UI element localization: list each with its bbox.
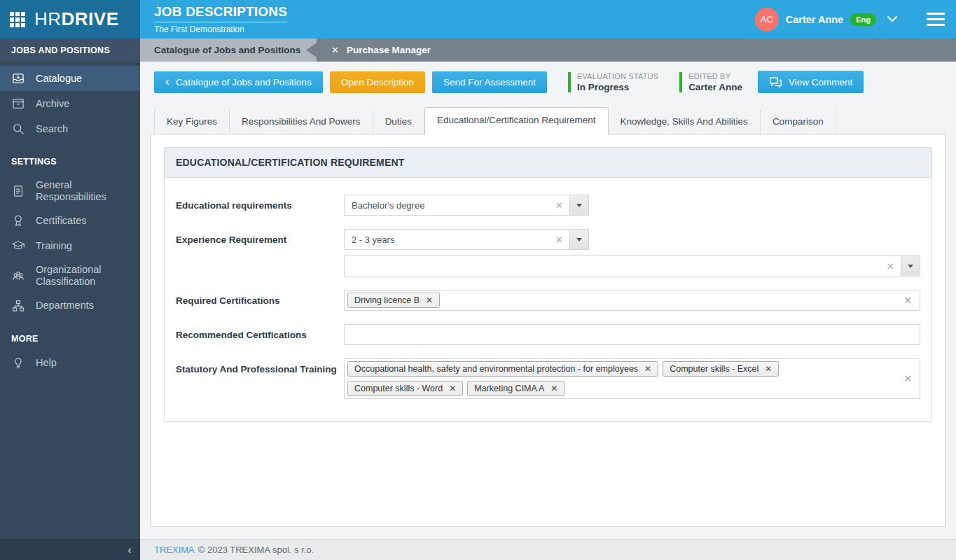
- dropdown-toggle[interactable]: [569, 230, 588, 249]
- tab-duties[interactable]: Duties: [373, 109, 424, 134]
- experience-requirement-value[interactable]: 2 - 3 years: [345, 230, 549, 249]
- form-row-recommended-certifications: Recommended Certifications: [176, 324, 920, 345]
- tab-key-figures[interactable]: Key Figures: [154, 109, 230, 134]
- remove-tag-icon[interactable]: ✕: [765, 364, 772, 374]
- section-title: EDUCATIONAL/CERTIFICATION REQUIREMENT: [165, 148, 931, 178]
- tab-knowledge-skills-and-abilities[interactable]: Knowledge, Skills And Abilities: [609, 109, 761, 134]
- clear-field-icon[interactable]: ✕: [903, 373, 912, 384]
- sidebar-item-catalogue[interactable]: Catalogue: [0, 66, 140, 91]
- send-for-assessment-button[interactable]: Send For Assessment: [432, 71, 547, 93]
- remove-tag-icon[interactable]: ✕: [644, 364, 651, 374]
- tab-bar: Key Figures Responsibilities And Powers …: [140, 100, 956, 134]
- clear-field-icon[interactable]: ✕: [903, 295, 912, 306]
- archive-icon: [11, 97, 25, 111]
- graduation-cap-icon: [11, 239, 25, 253]
- trexima-link[interactable]: TREXIMA: [154, 545, 195, 555]
- form-row-experience-requirement: Experience Requirement 2 - 3 years ✕ ✕: [176, 229, 920, 276]
- tag-label: Computer skills - Excel: [670, 364, 758, 374]
- breadcrumb-tab-catalogue[interactable]: Catalogue of Jobs and Positions: [140, 38, 317, 62]
- field-label: Recommended Certifications: [176, 324, 344, 341]
- educational-requirements-value[interactable]: Bachelor's degree: [345, 195, 549, 215]
- sidebar-section-more: MORE: [0, 318, 140, 351]
- recommended-certifications-input[interactable]: [344, 324, 920, 345]
- user-menu[interactable]: AC Carter Anne Eng: [755, 8, 897, 31]
- sidebar-item-search[interactable]: Search: [0, 116, 140, 141]
- tag-chip: Computer skills - Excel ✕: [663, 361, 779, 377]
- main-area: JOB DESCRIPTIONS The First Demonstration…: [140, 0, 956, 560]
- field-label: Experience Requirement: [176, 229, 344, 246]
- experience-extra-value[interactable]: [345, 256, 880, 276]
- comment-icon: [769, 76, 782, 88]
- lightbulb-icon: [11, 356, 25, 370]
- field-label: Required Certifications: [176, 290, 344, 307]
- tab-educational-certification-requirement[interactable]: Educational/Certification Requirement: [424, 107, 609, 134]
- brand-hr: HR: [34, 8, 62, 29]
- tab-responsibilities-and-powers[interactable]: Responsibilities And Powers: [230, 109, 373, 134]
- sidebar-item-departments[interactable]: Departments: [0, 293, 140, 318]
- remove-tag-icon[interactable]: ✕: [449, 384, 456, 393]
- sidebar-item-label: Organizational Classification: [36, 264, 129, 287]
- clear-icon[interactable]: ✕: [880, 256, 901, 276]
- sidebar-item-label: Archive: [36, 98, 69, 110]
- language-badge: Eng: [850, 13, 876, 26]
- required-certifications-field[interactable]: Driving licence B ✕ ✕: [344, 290, 920, 311]
- certificate-icon: [11, 214, 25, 227]
- tab-comparison[interactable]: Comparison: [761, 109, 836, 134]
- dropdown-toggle[interactable]: [901, 256, 920, 276]
- app-launcher-icon[interactable]: [10, 12, 25, 27]
- statutory-training-field[interactable]: Occupational health, safety and environm…: [344, 358, 920, 399]
- sidebar-item-training[interactable]: Training: [0, 233, 140, 258]
- sidebar-item-label: Certificates: [36, 215, 87, 227]
- experience-extra-select: ✕: [344, 255, 920, 276]
- top-bar: JOB DESCRIPTIONS The First Demonstration…: [140, 0, 956, 38]
- sidebar-item-label: General Responsibilities: [36, 179, 129, 202]
- breadcrumb-tab-label: Purchase Manager: [347, 45, 431, 55]
- edited-by-label: EDITED BY: [688, 72, 742, 80]
- remove-tag-icon[interactable]: ✕: [550, 384, 557, 393]
- sidebar-item-general-responsibilities[interactable]: General Responsibilities: [0, 174, 140, 208]
- breadcrumb: Catalogue of Jobs and Positions ✕ Purcha…: [140, 38, 956, 62]
- sidebar-item-archive[interactable]: Archive: [0, 91, 140, 116]
- view-comment-button[interactable]: View Comment: [758, 71, 864, 93]
- org-chart-icon: [11, 299, 25, 313]
- caret-down-icon: [576, 204, 582, 207]
- sidebar-item-organizational-classification[interactable]: Organizational Classification: [0, 258, 140, 293]
- close-icon[interactable]: ✕: [331, 45, 339, 55]
- sidebar-nav: Catalogue Archive Search SETTINGS Genera…: [0, 62, 140, 539]
- sidebar-collapse-chevron[interactable]: ‹: [127, 544, 132, 556]
- open-description-button[interactable]: Open Description: [330, 71, 425, 93]
- field-label: Educational requirements: [176, 195, 344, 211]
- requirements-section: EDUCATIONAL/CERTIFICATION REQUIREMENT Ed…: [164, 147, 932, 422]
- sidebar-item-help[interactable]: Help: [0, 351, 140, 376]
- tab-panel: EDUCATIONAL/CERTIFICATION REQUIREMENT Ed…: [151, 134, 945, 527]
- breadcrumb-tab-purchase-manager[interactable]: ✕ Purchase Manager: [306, 38, 449, 62]
- toolbar: ‹ Catalogue of Jobs and Positions Open D…: [140, 62, 956, 100]
- sidebar-item-certificates[interactable]: Certificates: [0, 208, 140, 233]
- remove-tag-icon[interactable]: ✕: [426, 295, 433, 305]
- dropdown-toggle[interactable]: [569, 195, 588, 215]
- tag-chip: Driving licence B ✕: [347, 293, 440, 308]
- field-label: Statutory And Professional Training: [176, 358, 344, 375]
- evaluation-status-label: EVALUATION STATUS: [577, 72, 658, 80]
- educational-requirements-select: Bachelor's degree ✕: [344, 195, 589, 216]
- tag-label: Marketing CIMA A: [474, 384, 544, 393]
- edited-by-value: Carter Anne: [688, 82, 742, 92]
- back-button-label: Catalogue of Jobs and Positions: [176, 77, 312, 88]
- hamburger-menu-icon[interactable]: [927, 13, 945, 26]
- back-to-catalogue-button[interactable]: ‹ Catalogue of Jobs and Positions: [154, 71, 323, 93]
- brand-logo: HRDRIVE: [34, 8, 119, 30]
- sidebar-section-settings: SETTINGS: [0, 141, 140, 174]
- content-area: ‹ Catalogue of Jobs and Positions Open D…: [140, 62, 956, 539]
- tag-label: Occupational health, safety and environm…: [354, 364, 638, 374]
- clear-icon[interactable]: ✕: [549, 195, 569, 215]
- catalogue-icon: [11, 71, 25, 85]
- chevron-down-icon: [887, 16, 897, 22]
- sidebar-section-jobs: JOBS AND POSITIONS: [0, 38, 140, 62]
- app-window: HRDRIVE JOBS AND POSITIONS Catalogue Arc…: [0, 0, 956, 560]
- sidebar-item-label: Departments: [36, 300, 94, 312]
- clear-icon[interactable]: ✕: [549, 230, 569, 249]
- search-icon: [11, 122, 25, 136]
- tag-label: Computer skills - Word: [354, 384, 443, 393]
- tag-chip: Computer skills - Word ✕: [347, 381, 463, 396]
- brand-drive: DRIVE: [62, 8, 119, 29]
